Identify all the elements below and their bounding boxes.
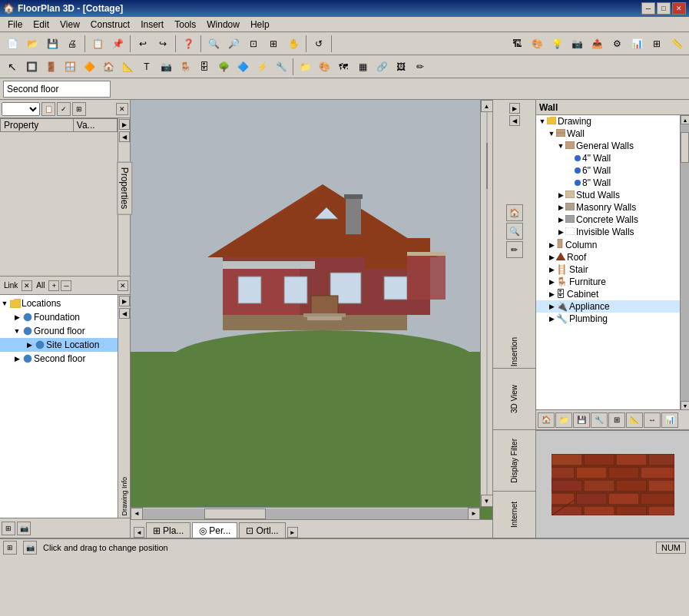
menu-insert[interactable]: Insert (136, 18, 168, 31)
zoom-fit-button[interactable]: ⊡ (244, 35, 263, 53)
edit-tool[interactable]: ✏ (411, 58, 429, 76)
terrain-tool[interactable]: 🗺 (334, 58, 353, 76)
door-tool[interactable]: 🚪 (41, 58, 60, 76)
rtree-8wall[interactable]: 8" Wall (536, 177, 680, 189)
pool-tool[interactable]: 🔷 (234, 58, 252, 76)
expand-invisible-walls[interactable]: ▶ (556, 228, 565, 236)
title-bar-controls[interactable]: ─ □ ✕ (641, 2, 686, 15)
rtree-cabinet[interactable]: ▶ 🗄 Cabinet (536, 288, 680, 300)
tree-item-site-location[interactable]: ▶ Site Location (0, 338, 118, 352)
properties-tab[interactable]: Properties (118, 161, 133, 214)
rt-btn5[interactable]: ⊞ (608, 412, 625, 428)
stair-tool[interactable]: 🔶 (80, 58, 98, 76)
layer-button[interactable]: 📊 (628, 35, 646, 53)
expand-foundation[interactable]: ▶ (12, 313, 22, 321)
displayfilter-label[interactable]: Display Filter (510, 439, 518, 483)
rtree-wall[interactable]: ▼ Wall (536, 128, 680, 140)
zoom-window-button[interactable]: ⊞ (264, 35, 283, 53)
rtree-scroll-up[interactable]: ▲ (681, 115, 689, 124)
paste-button[interactable]: 📌 (108, 35, 127, 53)
expand-site-location[interactable]: ▶ (25, 341, 34, 349)
minimize-button[interactable]: ─ (641, 2, 655, 15)
rt-btn7[interactable]: ↔ (644, 412, 661, 428)
furniture-tool[interactable]: 🪑 (176, 58, 194, 76)
group-tool[interactable]: ▦ (353, 58, 372, 76)
rtree-furniture[interactable]: ▶ 🪑 Furniture (536, 276, 680, 288)
expand-second-floor[interactable]: ▶ (12, 355, 22, 363)
light-button[interactable]: 💡 (548, 35, 566, 53)
ins-action3[interactable]: ✏ (506, 241, 523, 258)
color-tool[interactable]: 🎨 (315, 58, 333, 76)
expand-concrete-walls[interactable]: ▶ (556, 216, 565, 224)
open-button[interactable]: 📂 (23, 35, 41, 53)
select-tool[interactable]: ↖ (3, 58, 22, 76)
window-tool[interactable]: 🪟 (61, 58, 79, 76)
canvas[interactable]: ▲ ▼ ◄ ► (131, 100, 492, 519)
vscroll-up[interactable]: ▲ (481, 100, 493, 112)
close-button[interactable]: ✕ (672, 2, 686, 15)
tree-item-second-floor[interactable]: ▶ Second floor (0, 352, 118, 366)
rtree-invisible-walls[interactable]: ▶ Invisible Walls (536, 226, 680, 238)
expand-stud-walls[interactable]: ▶ (556, 191, 565, 199)
zoom-out-button[interactable]: 🔎 (224, 35, 243, 53)
print-button[interactable]: 🖨 (63, 35, 81, 53)
zoom-in-button[interactable]: 🔍 (204, 35, 223, 53)
status-icon2[interactable]: 📷 (23, 541, 37, 555)
rt-btn8[interactable]: 📊 (661, 412, 678, 428)
tree-link-btn[interactable]: Link (2, 280, 20, 290)
pan-button[interactable]: ✋ (284, 35, 303, 53)
export-button[interactable]: 📤 (588, 35, 606, 53)
rtree-concrete-walls[interactable]: ▶ Concrete Walls (536, 214, 680, 226)
expand-cabinet[interactable]: ▶ (547, 290, 556, 298)
menu-view[interactable]: View (55, 18, 84, 31)
copy-button[interactable]: 📋 (88, 35, 107, 53)
drawing-info-label[interactable]: Drawing Info (119, 475, 130, 518)
vscroll-down[interactable]: ▼ (481, 495, 493, 507)
left-status-icon2[interactable]: 📷 (17, 522, 31, 535)
prop-nav-up[interactable]: ▶ (119, 119, 130, 130)
rtree-roof[interactable]: ▶ Roof (536, 251, 680, 263)
save-button[interactable]: 💾 (43, 35, 61, 53)
tab-scroll-right[interactable]: ► (287, 527, 298, 538)
rtree-appliance[interactable]: ▶ 🔌 Appliance (536, 300, 680, 313)
tree-delete-btn[interactable]: ✕ (22, 280, 32, 291)
redo-button[interactable]: ↪ (154, 35, 172, 53)
rtree-column[interactable]: ▶ Column (536, 238, 680, 251)
menu-window[interactable]: Window (202, 18, 244, 31)
rtree-stud-walls[interactable]: ▶ Stud Walls (536, 189, 680, 201)
ins-nav-right[interactable]: ▶ (509, 103, 520, 114)
prop-close[interactable]: ✕ (116, 103, 128, 115)
3d-view-button[interactable]: 🏗 (508, 35, 526, 53)
prop-btn3[interactable]: ⊞ (72, 102, 86, 116)
tree-all-btn[interactable]: All (34, 280, 47, 290)
expand-locations[interactable]: ▼ (0, 300, 9, 307)
maximize-button[interactable]: □ (657, 2, 671, 15)
expand-stair[interactable]: ▶ (547, 266, 556, 273)
layer-vis-tool[interactable]: 📁 (296, 58, 314, 76)
rtree-drawing[interactable]: ▼ Drawing (536, 115, 680, 128)
plumbing-tool[interactable]: 🔧 (272, 58, 290, 76)
rtree-4wall[interactable]: 4" Wall (536, 152, 680, 164)
rtree-scroll-thumb[interactable] (681, 132, 689, 163)
rtree-6wall[interactable]: 6" Wall (536, 164, 680, 177)
snap-tool[interactable]: 🔗 (373, 58, 391, 76)
prop-selector[interactable] (2, 102, 40, 116)
expand-general-walls[interactable]: ▼ (556, 142, 565, 150)
rtree-masonry-walls[interactable]: ▶ Masonry Walls (536, 201, 680, 214)
rtree-plumbing[interactable]: ▶ 🔧 Plumbing (536, 313, 680, 325)
rtree-general-walls[interactable]: ▼ General Walls (536, 140, 680, 152)
tree-close-btn[interactable]: ✕ (118, 280, 128, 291)
status-icon1[interactable]: ⊞ (3, 541, 17, 555)
menu-file[interactable]: File (3, 18, 27, 31)
menu-construct[interactable]: Construct (86, 18, 134, 31)
expand-furniture[interactable]: ▶ (547, 278, 556, 286)
landscape-tool[interactable]: 🌳 (214, 58, 233, 76)
expand-ground-floor[interactable]: ▼ (12, 327, 22, 335)
rtree-scroll-down[interactable]: ▼ (681, 401, 689, 410)
tab-plan[interactable]: ⊞ Pla... (146, 522, 190, 538)
tree-item-foundation[interactable]: ▶ Foundation (0, 310, 118, 324)
internet-label[interactable]: Internet (510, 502, 518, 528)
hscroll-left[interactable]: ◄ (131, 508, 143, 520)
expand-column[interactable]: ▶ (547, 241, 556, 249)
rt-btn4[interactable]: 🔧 (591, 412, 608, 428)
